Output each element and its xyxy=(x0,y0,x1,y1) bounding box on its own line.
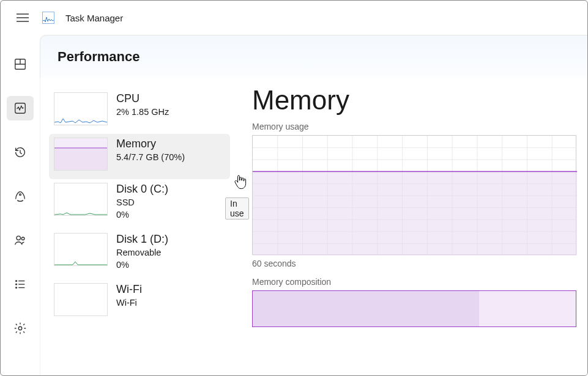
nav-app-history[interactable] xyxy=(7,140,34,164)
cpu-thumb-chart xyxy=(54,92,108,125)
detail-title: Memory xyxy=(252,85,582,116)
time-label: 60 seconds xyxy=(252,259,582,268)
nav-rail xyxy=(1,35,40,375)
nav-details[interactable] xyxy=(7,272,34,297)
disk1-title: Disk 1 (D:) xyxy=(116,233,168,246)
svg-marker-40 xyxy=(253,172,577,256)
sidebar-item-memory[interactable]: Memory 5.4/7.7 GB (70%) In use xyxy=(49,134,230,179)
composition-label: Memory composition xyxy=(252,277,582,287)
detail-pane: Memory Memory usage 60 seconds Memory co… xyxy=(230,78,587,375)
cpu-sub: 2% 1.85 GHz xyxy=(116,106,169,119)
cpu-title: CPU xyxy=(116,92,169,105)
svg-point-7 xyxy=(20,194,21,196)
svg-point-12 xyxy=(16,287,17,289)
sidebar-item-cpu[interactable]: CPU 2% 1.85 GHz xyxy=(49,89,230,134)
sidebar-item-disk0[interactable]: Disk 0 (C:) SSD 0% xyxy=(49,179,230,229)
disk1-sub1: Removable xyxy=(116,247,168,259)
wifi-sub1: Wi-Fi xyxy=(116,297,142,309)
usage-label: Memory usage xyxy=(252,122,582,131)
svg-point-8 xyxy=(17,236,20,240)
svg-point-16 xyxy=(18,326,22,330)
disk0-title: Disk 0 (C:) xyxy=(116,183,168,196)
disk1-sub2: 0% xyxy=(116,259,168,271)
wifi-thumb-chart xyxy=(54,283,108,316)
nav-startup-apps[interactable] xyxy=(7,184,34,208)
svg-point-10 xyxy=(16,281,17,282)
nav-processes[interactable] xyxy=(7,52,34,76)
hamburger-menu-icon[interactable] xyxy=(14,9,31,26)
wifi-title: Wi-Fi xyxy=(116,283,142,296)
disk0-sub1: SSD xyxy=(116,197,168,209)
disk0-thumb-chart xyxy=(54,183,108,216)
app-title: Task Manager xyxy=(65,13,123,23)
performance-sidebar: CPU 2% 1.85 GHz Memory 5.4/7.7 GB (70%) … xyxy=(40,78,230,375)
app-icon xyxy=(42,12,54,24)
nav-users[interactable] xyxy=(7,228,34,253)
memory-usage-chart xyxy=(252,135,576,255)
nav-services[interactable] xyxy=(7,316,34,341)
svg-rect-17 xyxy=(54,148,107,170)
memory-sub: 5.4/7.7 GB (70%) xyxy=(116,152,185,164)
sidebar-item-disk1[interactable]: Disk 1 (D:) Removable 0% xyxy=(49,229,230,279)
memory-composition-chart xyxy=(252,290,576,327)
disk0-sub2: 0% xyxy=(116,209,168,221)
page-title: Performance xyxy=(40,35,587,78)
memory-thumb-chart xyxy=(54,138,108,171)
disk1-thumb-chart xyxy=(54,233,108,266)
svg-point-11 xyxy=(16,284,17,285)
nav-performance[interactable] xyxy=(7,96,34,120)
sidebar-item-wifi[interactable]: Wi-Fi Wi-Fi xyxy=(49,279,230,325)
memory-title: Memory xyxy=(116,138,185,150)
titlebar: Task Manager xyxy=(1,1,587,35)
svg-point-9 xyxy=(21,237,24,240)
